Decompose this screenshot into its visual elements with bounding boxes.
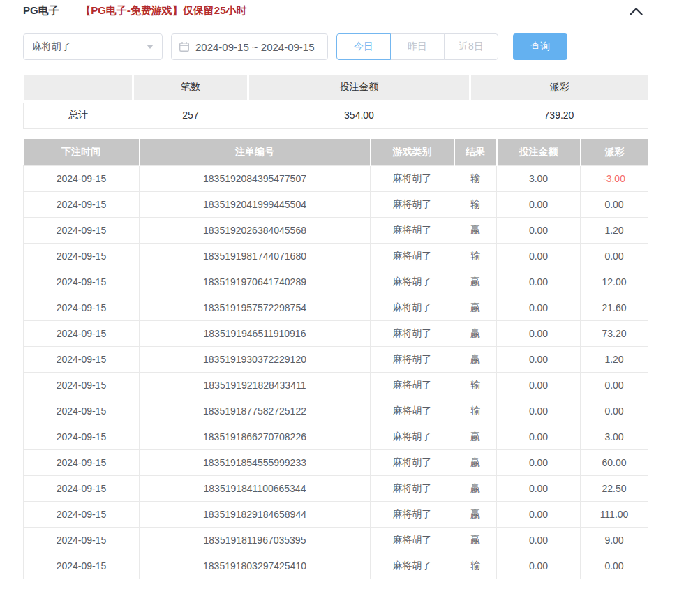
cell-date: 2024-09-15 (24, 320, 140, 346)
cell-game: 麻将胡了 (371, 398, 454, 424)
cell-game: 麻将胡了 (371, 527, 454, 553)
cell-date: 2024-09-15 (24, 346, 140, 372)
cell-bet-id: 1835192026384045568 (140, 217, 371, 243)
table-row: 2024-09-151835191981744071680麻将胡了输0.000.… (24, 243, 648, 269)
records-header-row: 下注时间 注单编号 游戏类别 结果 投注金额 派彩 (24, 139, 648, 165)
table-row: 2024-09-151835191970641740289麻将胡了赢0.0012… (24, 269, 648, 294)
cell-game: 麻将胡了 (371, 243, 454, 269)
cell-payout: 0.00 (581, 191, 648, 217)
cell-amount: 0.00 (497, 191, 581, 217)
table-row: 2024-09-151835191946511910916麻将胡了赢0.0073… (24, 320, 648, 346)
cell-amount: 0.00 (497, 294, 581, 320)
cell-result: 输 (454, 398, 497, 424)
cell-date: 2024-09-15 (24, 269, 140, 294)
table-row: 2024-09-151835191921828433411麻将胡了输0.000.… (24, 372, 648, 398)
cell-game: 麻将胡了 (371, 294, 454, 320)
summary-header-payout: 派彩 (470, 75, 648, 101)
summary-header-empty (24, 75, 133, 101)
cell-game: 麻将胡了 (371, 269, 454, 294)
cell-payout: 12.00 (581, 269, 648, 294)
summary-total-bet-amount: 354.00 (248, 101, 470, 128)
quick-filter-yesterday[interactable]: 昨日 (390, 33, 445, 60)
cell-date: 2024-09-15 (24, 398, 140, 424)
cell-result: 输 (454, 191, 497, 217)
cell-result: 赢 (454, 320, 497, 346)
cell-bet-id: 1835192084395477507 (140, 165, 371, 191)
quick-filter-last8days[interactable]: 近8日 (444, 33, 498, 60)
date-range-input[interactable]: 2024-09-15 ~ 2024-09-15 (171, 33, 328, 60)
summary-total-row: 总计 257 354.00 739.20 (24, 101, 648, 128)
cell-amount: 0.00 (497, 424, 581, 449)
cell-amount: 0.00 (497, 475, 581, 501)
cell-bet-id: 1835191970641740289 (140, 269, 371, 294)
cell-game: 麻将胡了 (371, 217, 454, 243)
cell-payout: 1.20 (581, 346, 648, 372)
cell-result: 赢 (454, 527, 497, 553)
summary-table: 笔数 投注金额 派彩 总计 257 354.00 739.20 (23, 75, 648, 129)
cell-result: 赢 (454, 217, 497, 243)
panel-title: PG电子 (23, 4, 59, 16)
cell-amount: 0.00 (497, 346, 581, 372)
cell-payout: 21.60 (581, 294, 648, 320)
cell-bet-id: 1835191981744071680 (140, 243, 371, 269)
cell-date: 2024-09-15 (24, 217, 140, 243)
cell-game: 麻将胡了 (371, 191, 454, 217)
panel-header: PG电子 【PG电子-免费游戏】仅保留25小时 (23, 4, 648, 22)
cell-payout: 9.00 (581, 527, 648, 553)
game-select[interactable]: 麻将胡了 (23, 33, 163, 60)
table-row: 2024-09-151835191854555999233麻将胡了赢0.0060… (24, 449, 648, 475)
cell-result: 赢 (454, 501, 497, 527)
table-row: 2024-09-151835191957572298754麻将胡了赢0.0021… (24, 294, 648, 320)
cell-game: 麻将胡了 (371, 372, 454, 398)
cell-bet-id: 1835192041999445504 (140, 191, 371, 217)
cell-date: 2024-09-15 (24, 294, 140, 320)
cell-game: 麻将胡了 (371, 165, 454, 191)
cell-amount: 0.00 (497, 501, 581, 527)
cell-result: 输 (454, 165, 497, 191)
cell-amount: 0.00 (497, 398, 581, 424)
summary-total-count: 257 (133, 101, 248, 128)
cell-result: 赢 (454, 475, 497, 501)
cell-payout: 0.00 (581, 398, 648, 424)
chevron-down-icon (147, 45, 154, 49)
quick-filter-today[interactable]: 今日 (336, 33, 391, 60)
cell-amount: 0.00 (497, 449, 581, 475)
records-header-result: 结果 (454, 139, 497, 165)
cell-payout: -3.00 (581, 165, 648, 191)
cell-game: 麻将胡了 (371, 501, 454, 527)
records-table: 下注时间 注单编号 游戏类别 结果 投注金额 派彩 2024-09-151835… (23, 139, 648, 579)
table-row: 2024-09-151835191829184658944麻将胡了赢0.0011… (24, 501, 648, 527)
quick-filter-group: 今日 昨日 近8日 (336, 33, 498, 60)
summary-header-bet-amount: 投注金额 (248, 75, 470, 101)
cell-game: 麻将胡了 (371, 475, 454, 501)
calendar-icon (179, 41, 190, 52)
cell-bet-id: 1835191930372229120 (140, 346, 371, 372)
cell-amount: 0.00 (497, 269, 581, 294)
cell-amount: 0.00 (497, 372, 581, 398)
search-button[interactable]: 查询 (513, 33, 567, 60)
cell-date: 2024-09-15 (24, 372, 140, 398)
panel-notice: 【PG电子-免费游戏】仅保留25小时 (80, 4, 246, 16)
collapse-button[interactable] (629, 7, 643, 16)
date-range-value: 2024-09-15 ~ 2024-09-15 (195, 41, 315, 53)
cell-bet-id: 1835191829184658944 (140, 501, 371, 527)
cell-result: 输 (454, 553, 497, 579)
cell-bet-id: 1835191841100665344 (140, 475, 371, 501)
cell-date: 2024-09-15 (24, 424, 140, 449)
cell-date: 2024-09-15 (24, 475, 140, 501)
cell-bet-id: 1835191803297425410 (140, 553, 371, 579)
cell-payout: 60.00 (581, 449, 648, 475)
table-row: 2024-09-151835191866270708226麻将胡了赢0.003.… (24, 424, 648, 449)
cell-amount: 0.00 (497, 553, 581, 579)
cell-result: 输 (454, 243, 497, 269)
cell-result: 赢 (454, 269, 497, 294)
cell-date: 2024-09-15 (24, 553, 140, 579)
cell-game: 麻将胡了 (371, 320, 454, 346)
cell-payout: 111.00 (581, 501, 648, 527)
records-header-bet-amount: 投注金额 (497, 139, 581, 165)
summary-total-label: 总计 (24, 101, 133, 128)
cell-payout: 22.50 (581, 475, 648, 501)
table-row: 2024-09-151835192041999445504麻将胡了输0.000.… (24, 191, 648, 217)
game-select-value: 麻将胡了 (32, 40, 71, 53)
table-row: 2024-09-151835191877582725122麻将胡了输0.000.… (24, 398, 648, 424)
